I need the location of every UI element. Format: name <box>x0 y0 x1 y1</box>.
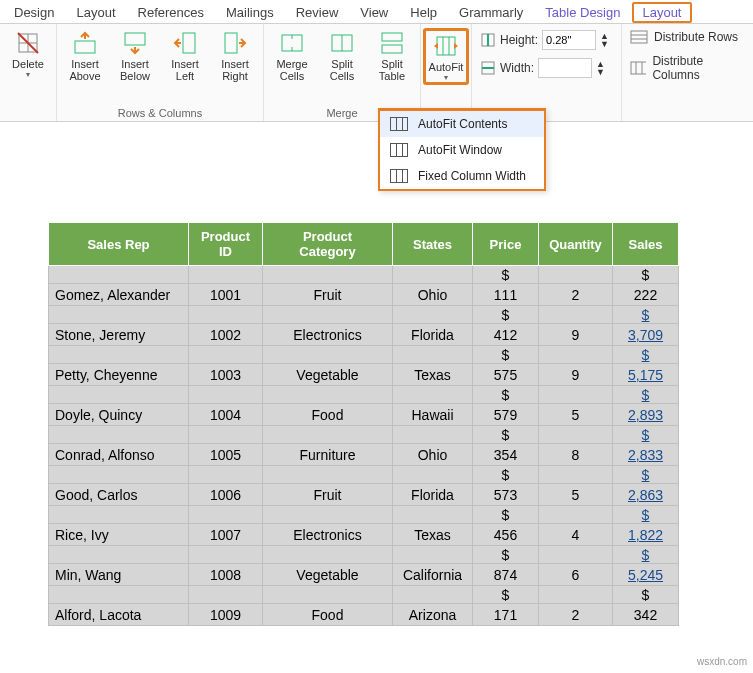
autofit-dropdown: AutoFit Contents AutoFit Window Fixed Co… <box>378 108 546 191</box>
product-id-cell: 1007 <box>189 525 262 545</box>
spinner-icon[interactable]: ▲▼ <box>600 32 609 48</box>
insert-right-icon <box>222 30 248 56</box>
height-input[interactable] <box>542 30 596 50</box>
currency-cell: $ <box>613 426 679 444</box>
state-cell: Ohio <box>393 445 472 465</box>
svg-rect-4 <box>75 41 95 53</box>
sales-rep-cell: Alford, Lacota <box>49 605 188 625</box>
tab-table-layout[interactable]: Layout <box>632 2 691 23</box>
split-table-button[interactable]: Split Table <box>370 28 414 82</box>
fixed-column-width-item[interactable]: Fixed Column Width <box>380 163 544 189</box>
tab-references[interactable]: References <box>128 2 214 23</box>
delete-button[interactable]: Delete ▾ <box>6 28 50 79</box>
table-row[interactable]: $$ <box>49 546 679 564</box>
tab-table-design[interactable]: Table Design <box>535 2 630 23</box>
quantity-cell: 5 <box>539 485 612 505</box>
tab-design[interactable]: Design <box>4 2 64 23</box>
quantity-cell: 9 <box>539 325 612 345</box>
insert-left-icon <box>172 30 198 56</box>
distribute-rows-button[interactable]: Distribute Rows <box>630 30 745 44</box>
insert-above-button[interactable]: Insert Above <box>63 28 107 82</box>
tab-help[interactable]: Help <box>400 2 447 23</box>
table-row[interactable]: $$ <box>49 466 679 484</box>
table-row[interactable]: $$ <box>49 266 679 284</box>
tab-mailings[interactable]: Mailings <box>216 2 284 23</box>
merge-cells-button[interactable]: Merge Cells <box>270 28 314 82</box>
table-row[interactable]: $$ <box>49 506 679 524</box>
autofit-window-item[interactable]: AutoFit Window <box>380 137 544 163</box>
cell-size-group: Height: ▲▼ Width: ▲▼ <box>472 24 622 121</box>
table-row[interactable]: Conrad, Alfonso1005FurnitureOhio35482,83… <box>49 444 679 466</box>
autofit-button[interactable]: AutoFit ▾ <box>423 28 469 85</box>
sales-rep-cell: Petty, Cheyenne <box>49 365 188 385</box>
fixed-width-icon <box>390 169 408 183</box>
split-cells-icon <box>329 30 355 56</box>
price-cell: 111 <box>473 285 538 305</box>
table-row[interactable]: $$ <box>49 426 679 444</box>
col-sales[interactable]: Sales <box>613 223 679 266</box>
sales-rep-cell: Doyle, Quincy <box>49 405 188 425</box>
table-row[interactable]: Stone, Jeremy1002ElectronicsFlorida41293… <box>49 324 679 346</box>
tab-grammarly[interactable]: Grammarly <box>449 2 533 23</box>
table-row[interactable]: $$ <box>49 586 679 604</box>
col-quantity[interactable]: Quantity <box>539 223 613 266</box>
tab-view[interactable]: View <box>350 2 398 23</box>
quantity-cell: 4 <box>539 525 612 545</box>
category-cell: Fruit <box>263 485 392 505</box>
table-row[interactable]: Min, Wang1008VegetableCalifornia87465,24… <box>49 564 679 586</box>
state-cell: California <box>393 565 472 585</box>
category-cell: Electronics <box>263 325 392 345</box>
quantity-cell: 9 <box>539 365 612 385</box>
table-row[interactable]: Good, Carlos1006FruitFlorida57352,863 <box>49 484 679 506</box>
currency-cell: $ <box>473 346 539 364</box>
price-cell: 874 <box>473 565 538 585</box>
price-cell: 456 <box>473 525 538 545</box>
col-sales-rep[interactable]: Sales Rep <box>49 223 189 266</box>
col-states[interactable]: States <box>393 223 473 266</box>
data-table[interactable]: Sales Rep Product ID Product Category St… <box>48 222 679 626</box>
table-row[interactable]: $$ <box>49 346 679 364</box>
table-row[interactable]: Alford, Lacota1009FoodArizona1712342 <box>49 604 679 626</box>
table-row[interactable]: $$ <box>49 386 679 404</box>
table-row[interactable]: Gomez, Alexander1001FruitOhio1112222 <box>49 284 679 306</box>
distribute-columns-button[interactable]: Distribute Columns <box>630 54 745 82</box>
table-row[interactable]: Petty, Cheyenne1003VegetableTexas57595,1… <box>49 364 679 386</box>
split-cells-button[interactable]: Split Cells <box>320 28 364 82</box>
sales-cell: 222 <box>613 285 678 305</box>
autofit-contents-item[interactable]: AutoFit Contents <box>380 111 544 137</box>
insert-below-button[interactable]: Insert Below <box>113 28 157 82</box>
table-row[interactable]: Doyle, Quincy1004FoodHawaii57952,893 <box>49 404 679 426</box>
svg-rect-10 <box>225 33 237 53</box>
tab-layout[interactable]: Layout <box>66 2 125 23</box>
state-cell: Arizona <box>393 605 472 625</box>
col-category[interactable]: Product Category <box>263 223 393 266</box>
quantity-cell: 6 <box>539 565 612 585</box>
table-row[interactable]: Rice, Ivy1007ElectronicsTexas45641,822 <box>49 524 679 546</box>
state-cell: Hawaii <box>393 405 472 425</box>
sales-rep-cell: Conrad, Alfonso <box>49 445 188 465</box>
quantity-cell: 8 <box>539 445 612 465</box>
currency-cell: $ <box>613 266 679 284</box>
table-row[interactable]: $$ <box>49 306 679 324</box>
category-cell: Food <box>263 605 392 625</box>
tab-review[interactable]: Review <box>286 2 349 23</box>
svg-rect-29 <box>631 62 646 74</box>
width-input[interactable] <box>538 58 592 78</box>
col-product-id[interactable]: Product ID <box>189 223 263 266</box>
currency-cell: $ <box>473 266 539 284</box>
price-cell: 573 <box>473 485 538 505</box>
spinner-icon[interactable]: ▲▼ <box>596 60 605 76</box>
quantity-cell: 5 <box>539 405 612 425</box>
insert-left-button[interactable]: Insert Left <box>163 28 207 82</box>
col-price[interactable]: Price <box>473 223 539 266</box>
sales-rep-cell: Gomez, Alexander <box>49 285 188 305</box>
product-id-cell: 1006 <box>189 485 262 505</box>
insert-right-button[interactable]: Insert Right <box>213 28 257 82</box>
svg-rect-6 <box>125 33 145 45</box>
price-cell: 412 <box>473 325 538 345</box>
category-cell: Vegetable <box>263 565 392 585</box>
svg-rect-18 <box>382 45 402 53</box>
currency-cell: $ <box>613 466 679 484</box>
state-cell: Ohio <box>393 285 472 305</box>
svg-rect-17 <box>382 33 402 41</box>
